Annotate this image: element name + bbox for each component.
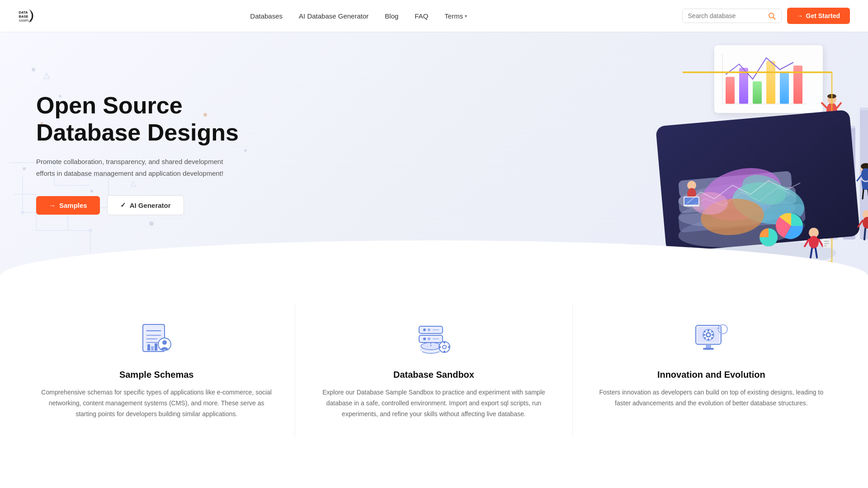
- svg-rect-41: [793, 66, 802, 104]
- innovation-icon: [693, 321, 729, 357]
- svg-rect-111: [147, 344, 150, 351]
- hero-subtitle: Promote collaboration, transparency, and…: [36, 156, 235, 179]
- nav-databases[interactable]: Databases: [250, 12, 283, 20]
- svg-rect-40: [780, 72, 789, 104]
- header: DATA BASE SAMPLE Databases AI Database G…: [0, 0, 868, 32]
- samples-label: Samples: [59, 202, 87, 209]
- feature-desc-schemas: Comprehensive schemas for specific types…: [41, 387, 272, 419]
- get-started-label: Get Started: [806, 12, 840, 19]
- svg-rect-129: [443, 342, 445, 343]
- svg-text:BASE: BASE: [19, 14, 28, 19]
- svg-line-4: [773, 17, 775, 19]
- svg-text:DATA: DATA: [19, 10, 28, 14]
- ai-generator-label: AI Generator: [130, 202, 171, 209]
- svg-line-50: [837, 103, 841, 108]
- get-started-button[interactable]: → Get Started: [787, 8, 850, 24]
- svg-rect-36: [726, 77, 735, 104]
- feature-card-innovation: Innovation and Evolution Fosters innovat…: [573, 303, 850, 437]
- svg-rect-78: [823, 239, 830, 248]
- sample-schemas-icon: [138, 321, 175, 357]
- svg-rect-136: [703, 348, 714, 350]
- svg-rect-131: [439, 346, 441, 348]
- ai-generator-button[interactable]: ✓ AI Generator: [107, 195, 184, 215]
- samples-button[interactable]: → Samples: [36, 196, 100, 215]
- nav-terms-dropdown[interactable]: Terms ▾: [444, 12, 467, 20]
- svg-point-128: [443, 346, 446, 348]
- svg-rect-115: [419, 335, 443, 343]
- logo-icon: DATA BASE SAMPLE: [18, 7, 35, 24]
- feature-card-sample-schemas: Sample Schemas Comprehensive schemas for…: [18, 303, 295, 437]
- nav-blog[interactable]: Blog: [385, 12, 398, 20]
- svg-rect-143: [712, 334, 714, 336]
- hero-content: Open Source Database Designs Promote col…: [0, 65, 280, 243]
- svg-rect-135: [706, 344, 711, 348]
- feature-desc-innovation: Fosters innovation as developers can bui…: [595, 387, 827, 409]
- main-nav: Databases AI Database Generator Blog FAQ…: [250, 12, 467, 20]
- feature-desc-sandbox: Explore our Database Sample Sandbox to p…: [318, 387, 549, 419]
- svg-rect-130: [443, 351, 445, 352]
- svg-rect-34: [860, 108, 868, 110]
- search-icon: [768, 12, 776, 20]
- feature-title-schemas: Sample Schemas: [41, 370, 272, 380]
- svg-point-119: [428, 338, 430, 340]
- hero-title: Open Source Database Designs: [36, 92, 244, 146]
- feature-card-database-sandbox: Database Sandbox Explore our Database Sa…: [295, 303, 572, 437]
- search-container[interactable]: [682, 9, 782, 23]
- svg-point-110: [162, 340, 167, 345]
- svg-rect-38: [753, 81, 762, 104]
- svg-point-118: [423, 338, 426, 340]
- svg-line-85: [863, 190, 863, 199]
- svg-rect-39: [766, 61, 775, 104]
- svg-rect-114: [419, 326, 443, 333]
- ai-check: ✓: [120, 201, 126, 209]
- svg-point-139: [707, 333, 710, 336]
- nav-ai-generator[interactable]: AI Database Generator: [299, 12, 368, 20]
- logo[interactable]: DATA BASE SAMPLE: [18, 7, 35, 24]
- svg-rect-140: [708, 329, 709, 332]
- svg-point-73: [809, 236, 819, 249]
- hero-illustration: [524, 36, 868, 271]
- feature-title-innovation: Innovation and Evolution: [595, 370, 827, 380]
- search-input[interactable]: [688, 12, 764, 19]
- svg-rect-142: [703, 334, 705, 336]
- svg-rect-141: [708, 338, 709, 341]
- svg-line-93: [864, 229, 865, 239]
- search-button[interactable]: [768, 12, 776, 20]
- nav-faq[interactable]: FAQ: [415, 12, 428, 20]
- hero-section: Open Source Database Designs Promote col…: [0, 32, 868, 276]
- samples-arrow: →: [49, 202, 56, 209]
- database-sandbox-icon: [415, 321, 452, 357]
- svg-point-117: [428, 328, 430, 331]
- iso-illustration: [524, 36, 868, 271]
- chevron-down-icon: ▾: [465, 14, 467, 19]
- feature-title-sandbox: Database Sandbox: [318, 370, 549, 380]
- nav-terms-label: Terms: [444, 12, 463, 20]
- svg-rect-112: [151, 346, 154, 351]
- svg-rect-132: [448, 346, 450, 348]
- svg-rect-113: [155, 343, 157, 351]
- header-right: → Get Started: [682, 8, 850, 24]
- get-started-arrow: →: [797, 12, 803, 19]
- hero-buttons: → Samples ✓ AI Generator: [36, 195, 244, 215]
- svg-point-116: [423, 328, 426, 331]
- features-section: Sample Schemas Comprehensive schemas for…: [0, 276, 868, 455]
